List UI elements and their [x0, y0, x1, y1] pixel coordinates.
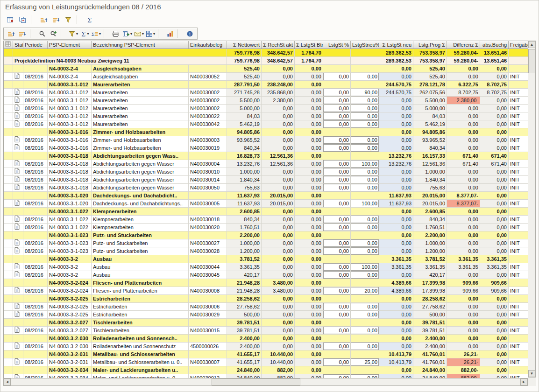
row-select-cell[interactable] — [4, 295, 13, 303]
subtotal-button[interactable]: Σ▾ — [91, 29, 101, 38]
freigabe-cell[interactable]: INIT — [509, 89, 528, 97]
horizontal-scrollbar[interactable]: ◄ ► — [3, 378, 528, 386]
pctn-cell[interactable]: 0,00 — [351, 144, 379, 152]
freigabe-cell[interactable]: INIT — [509, 73, 528, 81]
pctn-cell[interactable]: 20,00 — [351, 287, 379, 295]
row-select-cell[interactable] — [4, 200, 13, 208]
row-select-cell[interactable] — [4, 231, 13, 239]
export-button[interactable]: ▾ — [122, 29, 133, 38]
row-select-cell[interactable] — [4, 105, 13, 112]
filter-button[interactable] — [63, 15, 73, 24]
document-status-icon[interactable] — [13, 224, 23, 231]
pct-cell[interactable]: 0,00 — [323, 73, 351, 81]
document-status-icon[interactable] — [13, 160, 23, 168]
document-status-icon[interactable] — [13, 327, 23, 335]
row-select-cell[interactable] — [4, 57, 13, 65]
pct-cell[interactable]: 0,00 — [323, 287, 351, 295]
dropdown-caret-icon[interactable]: ▾ — [76, 32, 78, 36]
pctn-cell[interactable]: 0,00 — [351, 224, 379, 231]
pctn-cell[interactable]: 0,00 — [351, 303, 379, 311]
freigabe-cell[interactable]: INIT — [509, 311, 528, 319]
freigabe-cell[interactable]: INIT — [509, 263, 528, 271]
row-select-cell[interactable] — [4, 112, 13, 120]
pct-cell[interactable]: 0,00 — [323, 144, 351, 152]
document-status-icon[interactable] — [13, 112, 23, 120]
column-header-sel[interactable] — [4, 41, 13, 49]
chart-button[interactable] — [165, 29, 175, 38]
pctn-cell[interactable]: 0,00 — [351, 239, 379, 247]
freigabe-cell[interactable]: INIT — [509, 160, 528, 168]
create-entries-button[interactable] — [5, 15, 15, 24]
row-select-cell[interactable] — [4, 208, 13, 216]
freigabe-cell[interactable]: INIT — [509, 200, 528, 208]
row-select-cell[interactable] — [4, 49, 13, 57]
pctn-cell[interactable]: 0,00 — [351, 311, 379, 319]
row-select-cell[interactable] — [4, 144, 13, 152]
pct-cell[interactable]: 0,00 — [323, 168, 351, 176]
pct-cell[interactable]: 0,00 — [323, 239, 351, 247]
document-status-icon[interactable] — [13, 374, 23, 378]
row-select-cell[interactable] — [4, 335, 13, 343]
pct-cell[interactable]: 0,00 — [323, 327, 351, 335]
freigabe-cell[interactable]: INIT — [509, 216, 528, 224]
views-button[interactable]: ▾ — [145, 29, 156, 38]
column-header-abs[interactable]: abs.Buchg — [480, 41, 509, 49]
freigabe-cell[interactable]: INIT — [509, 97, 528, 105]
column-header-rech[interactable]: Σ RechSt akt — [262, 41, 295, 49]
column-header-diff[interactable]: Differenz Σ — [447, 41, 480, 49]
pct-cell[interactable]: 0,00 — [323, 224, 351, 231]
dropdown-caret-icon[interactable]: ▾ — [99, 32, 101, 36]
row-select-cell[interactable] — [4, 136, 13, 144]
pctn-cell[interactable]: 0,00 — [351, 112, 379, 120]
document-status-icon[interactable] — [13, 287, 23, 295]
row-select-cell[interactable] — [4, 287, 13, 295]
row-select-cell[interactable] — [4, 311, 13, 319]
row-select-cell[interactable] — [4, 327, 13, 335]
freigabe-cell[interactable]: INIT — [509, 120, 528, 128]
document-status-icon[interactable] — [13, 271, 23, 279]
pct-cell[interactable]: 0,00 — [323, 216, 351, 224]
document-status-icon[interactable] — [13, 89, 23, 97]
pctn-cell[interactable]: 0,00 — [351, 176, 379, 184]
freigabe-cell[interactable]: INIT — [509, 247, 528, 255]
pct-cell[interactable]: 0,00 — [323, 120, 351, 128]
freigabe-cell[interactable]: INIT — [509, 374, 528, 378]
copy-entries-button[interactable] — [17, 15, 28, 24]
column-header-frei[interactable]: Freigabe — [509, 41, 528, 49]
pct-cell[interactable]: 0,00 — [323, 303, 351, 311]
dropdown-caret-icon[interactable]: ▾ — [142, 32, 144, 36]
pctn-cell[interactable]: 100,00 — [351, 200, 379, 208]
dropdown-caret-icon[interactable]: ▾ — [153, 32, 155, 36]
row-select-cell[interactable] — [4, 160, 13, 168]
pct-cell[interactable]: 0,00 — [323, 176, 351, 184]
pctn-cell[interactable]: 0,00 — [351, 184, 379, 192]
document-status-icon[interactable] — [13, 136, 23, 144]
pct-cell[interactable]: 0,00 — [323, 311, 351, 319]
row-select-cell[interactable] — [4, 176, 13, 184]
column-header-bez[interactable]: Bezeichnung PSP-Element — [92, 41, 189, 49]
row-select-cell[interactable] — [4, 350, 13, 358]
column-header-prog[interactable]: Lstg.Prog Σ — [413, 41, 447, 49]
document-status-icon[interactable] — [13, 247, 23, 255]
pct-cell[interactable]: 0,00 — [323, 112, 351, 120]
pct-cell[interactable]: 0,00 — [323, 89, 351, 97]
document-status-icon[interactable] — [13, 239, 23, 247]
horizontal-scroll-thumb[interactable] — [212, 378, 300, 385]
row-select-cell[interactable] — [4, 128, 13, 136]
document-status-icon[interactable] — [13, 120, 23, 128]
document-status-icon[interactable] — [13, 184, 23, 192]
pctn-cell[interactable]: 100,00 — [351, 263, 379, 271]
sort-desc-button[interactable] — [17, 29, 28, 38]
dropdown-caret-icon[interactable]: ▾ — [87, 32, 89, 36]
scroll-down-button[interactable]: ▼ — [528, 370, 535, 377]
row-select-cell[interactable] — [4, 279, 13, 287]
document-status-icon[interactable] — [13, 216, 23, 224]
freigabe-cell[interactable]: INIT — [509, 287, 528, 295]
freigabe-cell[interactable]: INIT — [509, 176, 528, 184]
pctn-cell[interactable]: 0,00 — [351, 105, 379, 112]
document-status-icon[interactable] — [13, 343, 23, 350]
freigabe-cell[interactable]: INIT — [509, 303, 528, 311]
freigabe-cell[interactable]: INIT — [509, 358, 528, 366]
pctn-cell[interactable]: 0,00 — [351, 73, 379, 81]
row-select-cell[interactable] — [4, 97, 13, 105]
